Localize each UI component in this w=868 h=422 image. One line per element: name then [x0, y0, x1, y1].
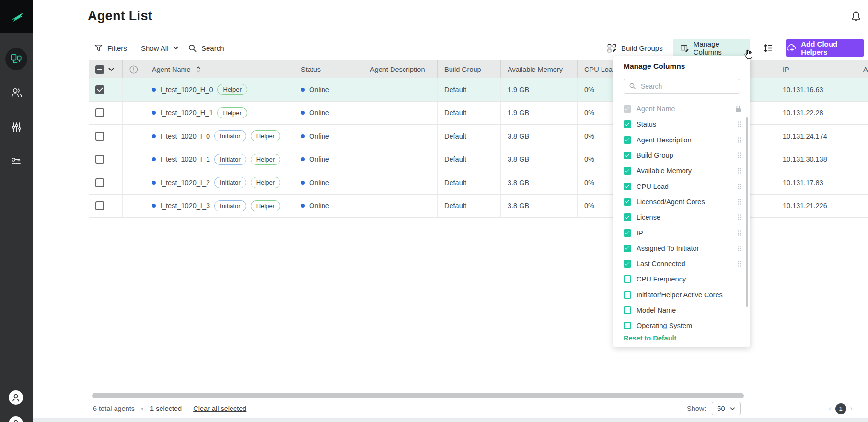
drag-handle-icon[interactable]: [738, 168, 741, 174]
row-density-button[interactable]: [763, 39, 773, 57]
row-checkbox[interactable]: [95, 178, 104, 187]
search-button[interactable]: Search: [188, 39, 224, 57]
table-row[interactable]: I_test_1020_I_3InitiatorHelperOnlineDefa…: [89, 195, 868, 218]
status-label: Online: [309, 155, 329, 163]
column-checkbox[interactable]: [624, 260, 631, 268]
user-avatar[interactable]: [9, 390, 23, 405]
cell-select: [89, 102, 123, 125]
column-toggle-item[interactable]: Available Memory: [613, 163, 750, 178]
column-toggle-item[interactable]: Agent Name: [613, 101, 750, 117]
drag-handle-icon[interactable]: [738, 261, 741, 267]
column-checkbox[interactable]: [624, 322, 631, 329]
search-label: Search: [201, 44, 224, 52]
header-ip[interactable]: IP: [775, 60, 859, 78]
header-available-memory[interactable]: Available Memory: [501, 60, 578, 78]
drag-handle-icon[interactable]: [738, 121, 741, 128]
build-groups-button[interactable]: Build Groups: [607, 39, 663, 57]
column-checkbox[interactable]: [624, 152, 631, 159]
panel-scrollbar[interactable]: [746, 117, 748, 307]
drag-handle-icon[interactable]: [738, 137, 741, 143]
column-toggle-item[interactable]: License: [613, 210, 750, 225]
column-toggle-item[interactable]: Initiator/Helper Active Cores: [613, 287, 750, 303]
manage-columns-button[interactable]: Manage Columns: [673, 39, 750, 57]
table-row[interactable]: I_test_1020_H_0HelperOnlineDefault1.9 GB…: [89, 78, 868, 102]
show-all-dropdown[interactable]: Show All: [141, 39, 179, 57]
table-row[interactable]: I_test_1020_I_0InitiatorHelperOnlineDefa…: [89, 125, 868, 148]
header-agent-name[interactable]: Agent Name: [145, 60, 294, 78]
header-status[interactable]: Status: [294, 60, 363, 78]
column-checkbox[interactable]: [624, 198, 631, 206]
filters-button[interactable]: Filters: [94, 39, 127, 57]
cell-alert: [123, 102, 145, 125]
bell-icon: [849, 10, 863, 23]
next-page-button[interactable]: ›: [850, 404, 853, 413]
column-toggle-item[interactable]: Status: [613, 117, 750, 132]
drag-handle-icon[interactable]: [738, 245, 741, 251]
column-toggle-item[interactable]: Last Connected: [613, 256, 750, 271]
row-checkbox[interactable]: [95, 201, 104, 210]
column-checkbox[interactable]: [624, 120, 631, 128]
table-row[interactable]: I_test_1020_H_1HelperOnlineDefault1.9 GB…: [89, 102, 868, 125]
cell-status: Online: [294, 78, 363, 101]
sidebar: [0, 0, 33, 422]
cell-select: [89, 148, 123, 171]
secondary-avatar[interactable]: [9, 416, 23, 422]
prev-page-button[interactable]: ‹: [829, 404, 831, 413]
status-label: Online: [309, 202, 329, 210]
add-cloud-helpers-button[interactable]: Add Cloud Helpers: [786, 39, 864, 57]
column-toggle-item[interactable]: Agent Description: [613, 132, 750, 148]
select-all-checkbox[interactable]: [95, 65, 104, 74]
build-groups-icon: [607, 43, 617, 53]
table-row[interactable]: I_test_1020_I_1InitiatorHelperOnlineDefa…: [89, 148, 868, 172]
header-select-all[interactable]: [89, 60, 123, 78]
row-checkbox[interactable]: [95, 85, 104, 94]
drag-handle-icon[interactable]: [738, 214, 741, 221]
row-checkbox[interactable]: [95, 155, 104, 164]
column-checkbox[interactable]: [624, 183, 631, 190]
horizontal-scrollbar[interactable]: [92, 393, 744, 398]
column-checkbox[interactable]: [624, 167, 631, 175]
column-toggle-item[interactable]: Licensed/Agent Cores: [613, 194, 750, 210]
sidebar-item-agents[interactable]: [5, 48, 27, 70]
column-checkbox[interactable]: [624, 229, 631, 237]
column-checkbox[interactable]: [624, 245, 631, 252]
column-toggle-item[interactable]: CPU Frequency: [613, 271, 750, 287]
column-checkbox[interactable]: [624, 291, 631, 299]
clear-all-selected-link[interactable]: Clear all selected: [193, 405, 246, 412]
row-checkbox[interactable]: [95, 132, 104, 141]
drag-handle-icon[interactable]: [738, 230, 741, 236]
page-size-select[interactable]: 50: [712, 402, 741, 415]
sidebar-item-settings[interactable]: [10, 120, 23, 134]
select-menu-chevron-icon[interactable]: [108, 68, 114, 71]
drag-handle-icon[interactable]: [738, 152, 741, 159]
panel-title: Manage Columns: [624, 62, 685, 70]
column-toggle-item[interactable]: CPU Load: [613, 178, 750, 194]
drag-handle-icon[interactable]: [738, 199, 741, 205]
table-row[interactable]: I_test_1020_I_2InitiatorHelperOnlineDefa…: [89, 171, 868, 195]
header-alerts: [123, 60, 145, 78]
header-assigned-partial[interactable]: A: [859, 60, 868, 78]
drag-handle-icon[interactable]: [738, 183, 741, 189]
column-toggle-item[interactable]: Operating System: [613, 318, 750, 329]
notifications-button[interactable]: [849, 10, 863, 23]
header-build-group[interactable]: Build Group: [438, 60, 501, 78]
column-checkbox[interactable]: [624, 275, 631, 283]
agent-name: I_test_1020_H_0: [160, 86, 213, 94]
column-toggle-item[interactable]: Model Name: [613, 303, 750, 318]
row-checkbox[interactable]: [95, 108, 104, 117]
panel-search-box[interactable]: [624, 79, 740, 94]
reset-to-default-link[interactable]: Reset to Default: [624, 334, 676, 342]
header-agent-description[interactable]: Agent Description: [363, 60, 438, 78]
column-checkbox[interactable]: [624, 306, 631, 314]
sort-arrows-icon[interactable]: [196, 66, 201, 73]
sidebar-item-license[interactable]: [10, 154, 23, 168]
column-checkbox[interactable]: [624, 213, 631, 221]
current-page-button[interactable]: 1: [835, 403, 846, 414]
sidebar-item-users[interactable]: [10, 85, 23, 99]
column-toggle-item[interactable]: Build Group: [613, 148, 750, 163]
column-checkbox[interactable]: [624, 136, 631, 144]
panel-search-input[interactable]: [640, 82, 735, 91]
column-toggle-item[interactable]: Assigned To Initiator: [613, 241, 750, 256]
status-dot: [152, 204, 156, 208]
column-toggle-item[interactable]: IP: [613, 225, 750, 240]
